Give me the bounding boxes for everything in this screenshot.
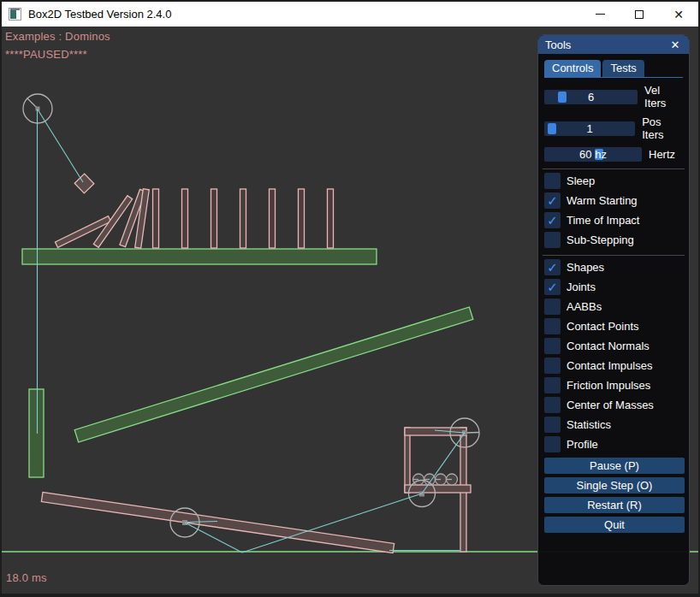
tab-tests[interactable]: Tests — [602, 60, 644, 77]
checkbox-joints[interactable]: ✓Joints — [544, 279, 683, 295]
checkbox-profile[interactable]: Profile — [544, 436, 683, 452]
checkbox-box[interactable] — [544, 417, 561, 433]
tools-panel-body: ControlsTests 6Vel Iters1Pos Iters60 hzH… — [538, 54, 689, 533]
checkbox-box[interactable]: ✓ — [544, 259, 561, 275]
single-step-o-button[interactable]: Single Step (O) — [544, 477, 685, 494]
slider-value: 6 — [544, 90, 638, 104]
checkbox-contact-normals[interactable]: Contact Normals — [544, 338, 683, 354]
app-window: Box2D Testbed Version 2.4.0 ✕ Examples :… — [0, 0, 700, 597]
maximize-icon — [635, 10, 644, 19]
slider-row-pos-iters: 1Pos Iters — [544, 115, 683, 141]
tools-panel-titlebar[interactable]: Tools ✕ — [538, 35, 689, 54]
checkbox-label: Contact Points — [567, 320, 639, 333]
minimize-button[interactable] — [580, 2, 620, 27]
maximize-button[interactable] — [620, 2, 659, 27]
tab-controls[interactable]: Controls — [544, 60, 601, 77]
checkbox-label: Warm Starting — [567, 194, 638, 207]
frame-lower-beam[interactable] — [405, 485, 471, 493]
checkbox-box[interactable] — [544, 298, 561, 315]
checkbox-box[interactable] — [544, 232, 561, 248]
checkbox-box[interactable] — [544, 338, 561, 354]
button-stack: Pause (P)Single Step (O)Restart (R)Quit — [544, 458, 683, 533]
checkbox-time-of-impact[interactable]: ✓Time of Impact — [544, 212, 683, 228]
checkbox-box[interactable] — [544, 358, 561, 374]
checkbox-label: Shapes — [567, 261, 604, 274]
checkbox-label: Sleep — [567, 174, 595, 187]
sim-checkbox-group: Sleep✓Warm Starting✓Time of ImpactSub-St… — [544, 173, 683, 248]
domino-standing-5[interactable] — [270, 189, 276, 248]
domino-standing-3[interactable] — [211, 189, 217, 248]
slider-row-hertz: 60 hzHertz — [544, 147, 683, 162]
checkbox-sub-stepping[interactable]: Sub-Stepping — [544, 232, 683, 248]
tools-panel-title: Tools — [545, 38, 668, 51]
checkbox-label: AABBs — [567, 300, 602, 313]
slider-label: Hertz — [649, 148, 675, 161]
os-titlebar: Box2D Testbed Version 2.4.0 ✕ — [2, 2, 698, 27]
restart-r-button[interactable]: Restart (R) — [544, 497, 685, 513]
separator — [543, 255, 685, 256]
checkbox-label: Contact Impulses — [567, 359, 652, 372]
checkmark-icon: ✓ — [547, 194, 558, 207]
paused-label: ****PAUSED**** — [5, 48, 87, 61]
green-post — [29, 389, 44, 477]
domino-standing-6[interactable] — [299, 189, 305, 248]
pause-p-button[interactable]: Pause (P) — [544, 458, 685, 474]
minimize-icon — [596, 14, 605, 15]
slider-label: Vel Iters — [644, 84, 683, 109]
tools-panel: Tools ✕ ControlsTests 6Vel Iters1Pos Ite… — [537, 34, 690, 586]
checkbox-box[interactable]: ✓ — [544, 212, 561, 228]
slider-hertz[interactable]: 60 hz — [544, 147, 642, 162]
checkbox-label: Center of Masses — [567, 399, 654, 411]
checkbox-box[interactable] — [544, 377, 561, 393]
checkbox-label: Friction Impulses — [567, 379, 650, 392]
slider-vel-iters[interactable]: 6 — [544, 90, 638, 104]
checkbox-label: Sub-Stepping — [567, 233, 634, 246]
checkbox-label: Contact Normals — [567, 340, 650, 352]
slider-pos-iters[interactable]: 1 — [544, 121, 635, 136]
domino-shelf — [22, 249, 377, 264]
checkbox-contact-impulses[interactable]: Contact Impulses — [544, 358, 683, 374]
checkbox-aabbs[interactable]: AABBs — [544, 298, 683, 315]
checkbox-friction-impulses[interactable]: Friction Impulses — [544, 377, 683, 393]
app-icon — [9, 8, 21, 21]
frame-top-beam[interactable] — [405, 428, 466, 435]
example-label: Examples : Dominos — [5, 30, 110, 43]
slider-value: 1 — [544, 121, 635, 136]
checkbox-label: Time of Impact — [567, 214, 639, 227]
pendulum-bob[interactable] — [74, 174, 94, 193]
domino-standing-7[interactable] — [328, 189, 334, 248]
checkbox-statistics[interactable]: Statistics — [544, 417, 683, 433]
domino-standing-1[interactable] — [153, 189, 159, 248]
tab-bar: ControlsTests — [544, 60, 683, 78]
close-button[interactable]: ✕ — [659, 2, 698, 27]
checkbox-contact-points[interactable]: Contact Points — [544, 318, 683, 334]
tools-close-button[interactable]: ✕ — [668, 38, 682, 51]
checkbox-center-of-masses[interactable]: Center of Masses — [544, 397, 683, 413]
green-ramp — [74, 307, 473, 442]
checkbox-box[interactable]: ✓ — [544, 192, 561, 209]
frame-time-label: 18.0 ms — [6, 571, 47, 584]
checkbox-box[interactable] — [544, 397, 561, 413]
domino-standing-2[interactable] — [182, 189, 188, 248]
slider-section: 6Vel Iters1Pos Iters60 hzHertz — [544, 84, 683, 162]
slider-label: Pos Iters — [642, 115, 683, 141]
checkbox-sleep[interactable]: Sleep — [544, 173, 683, 189]
frame-left-leg[interactable] — [405, 428, 410, 493]
checkbox-shapes[interactable]: ✓Shapes — [544, 259, 683, 275]
checkbox-box[interactable] — [544, 318, 561, 334]
slider-value: 60 hz — [544, 147, 642, 162]
cradle-balls[interactable] — [413, 474, 458, 485]
checkbox-box[interactable] — [544, 436, 561, 452]
domino-standing-4[interactable] — [240, 189, 246, 248]
checkbox-label: Joints — [567, 281, 596, 293]
checkbox-label: Profile — [567, 438, 598, 451]
close-icon: ✕ — [673, 8, 684, 21]
quit-button[interactable]: Quit — [544, 517, 685, 533]
checkmark-icon: ✓ — [547, 261, 558, 274]
checkbox-box[interactable]: ✓ — [544, 279, 561, 295]
checkbox-warm-starting[interactable]: ✓Warm Starting — [544, 192, 683, 209]
checkbox-box[interactable] — [544, 173, 561, 189]
seesaw-plank[interactable] — [41, 493, 394, 553]
tools-close-icon: ✕ — [671, 38, 680, 51]
separator — [543, 168, 685, 169]
